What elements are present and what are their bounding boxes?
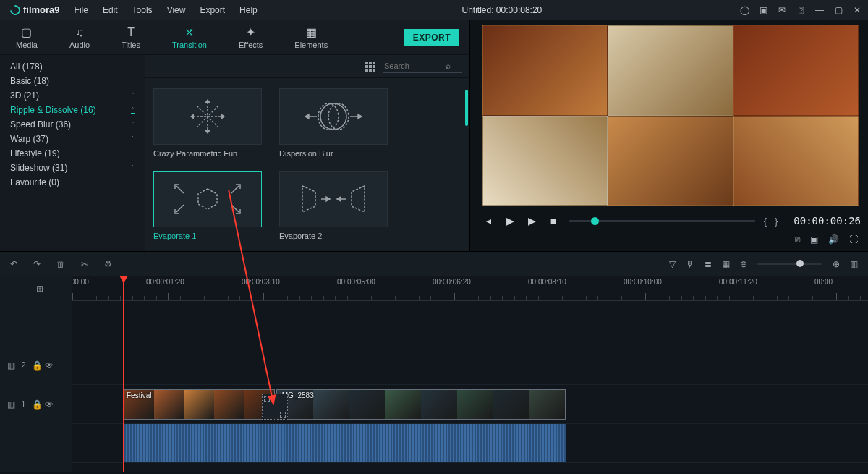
svg-marker-3 — [198, 189, 217, 209]
scrollbar[interactable] — [465, 90, 468, 126]
preview-slider[interactable] — [569, 220, 755, 222]
menu-view[interactable]: View — [160, 2, 193, 18]
tab-audio[interactable]: ♫Audio — [64, 23, 95, 52]
prev-frame-button[interactable]: ◂ — [482, 215, 495, 227]
window-title: Untitled: 00:00:08:20 — [265, 5, 739, 15]
zoom-slider[interactable] — [757, 263, 822, 265]
search-icon[interactable]: ⌕ — [446, 61, 451, 71]
timeline-toolbar: ↶ ↷ 🗑 ✂ ⚙ ▽ 🎙 ≣ ▦ ⊖ ⊕ ▥ — [0, 252, 868, 276]
track-area[interactable]: 00:00:00:0000:00:01:2000:00:03:1000:00:0… — [72, 276, 868, 472]
transition-item-2[interactable]: Evaporate 1 — [153, 171, 262, 240]
app-logo: filmora9 — [6, 4, 64, 15]
fullscreen-icon[interactable]: ⛶ — [849, 234, 858, 245]
transition-item-1[interactable]: Dispersion Blur — [279, 88, 388, 158]
sidebar-item-1[interactable]: Basic (18) — [0, 74, 145, 88]
svg-marker-4 — [302, 186, 315, 212]
preview-controls: ◂ ▶ ▶ ■ { } 00:00:00:26 — [482, 211, 861, 231]
category-sidebar: All (178)Basic (18)3D (21)˄Ripple & Diss… — [0, 55, 145, 251]
mixer-icon[interactable]: ≣ — [705, 259, 712, 269]
timeline-settings-icon[interactable]: ▥ — [850, 259, 858, 269]
add-track-button[interactable]: ⊞ — [0, 276, 72, 301]
sidebar-item-5[interactable]: Warp (37)˄ — [0, 132, 145, 146]
audio-clip[interactable] — [123, 424, 566, 462]
adjust-icon[interactable]: ⚙ — [104, 259, 112, 269]
sidebar-item-7[interactable]: Slideshow (31)˄ — [0, 161, 145, 175]
quality-icon[interactable]: ⎚ — [795, 234, 800, 245]
play-button[interactable]: ▶ — [503, 215, 516, 227]
tab-effects[interactable]: ✦Effects — [233, 22, 268, 52]
ruler-label: 00:00:00:00 — [72, 278, 89, 286]
ruler-label: 00:00:03:10 — [242, 278, 280, 286]
time-ruler[interactable]: 00:00:00:0000:00:01:2000:00:03:1000:00:0… — [72, 276, 868, 301]
split-icon[interactable]: ✂ — [81, 259, 88, 269]
video-track-1[interactable]: FestivalIMG_2583 — [72, 385, 868, 424]
zoom-in-icon[interactable]: ⊕ — [833, 259, 840, 269]
ruler-label: 00:00:05:00 — [337, 278, 375, 286]
account-icon[interactable]: ◯ — [739, 5, 749, 15]
sidebar-item-4[interactable]: Speed Blur (36)˄ — [0, 117, 145, 132]
close-icon[interactable]: ✕ — [852, 5, 862, 15]
ruler-label: 00:00:11:20 — [719, 278, 757, 286]
search-input[interactable]: ⌕ — [383, 59, 462, 73]
zoom-out-icon[interactable]: ⊖ — [740, 259, 747, 269]
record-vo-icon[interactable]: 🎙 — [686, 259, 694, 269]
preview-viewport[interactable] — [482, 25, 859, 206]
menu-edit[interactable]: Edit — [95, 2, 125, 18]
ruler-label: 00:00:10:00 — [624, 278, 662, 286]
transition-item-3[interactable]: Evaporate 2 — [279, 171, 388, 240]
transition-browser: ⌕ Crazy Parammetric FunDispersion BlurEv… — [145, 55, 469, 251]
mark-in-out-icon[interactable]: { } — [764, 216, 778, 227]
ruler-label: 00:00 — [814, 278, 833, 286]
mode-tabs: ▢Media♫AudioTTitles⤭Transition✦Effects▦E… — [0, 20, 469, 55]
video-track-2[interactable] — [72, 346, 868, 385]
render-icon[interactable]: ▦ — [722, 259, 730, 269]
stop-button[interactable]: ■ — [547, 215, 560, 227]
svg-point-0 — [320, 103, 346, 130]
tab-media[interactable]: ▢Media — [10, 22, 43, 52]
undo-icon[interactable]: ↶ — [10, 259, 17, 269]
menu-bar: filmora9 FileEditToolsViewExportHelp Unt… — [0, 0, 868, 20]
sidebar-item-0[interactable]: All (178) — [0, 59, 145, 74]
menu-tools[interactable]: Tools — [125, 2, 160, 18]
ruler-label: 00:00:01:20 — [146, 278, 184, 286]
tab-elements[interactable]: ▦Elements — [289, 22, 333, 52]
playhead[interactable] — [123, 276, 124, 472]
track-head-1[interactable]: ▥ 1 🔒 👁 — [0, 385, 72, 424]
mail-icon[interactable]: ✉ — [777, 5, 787, 15]
svg-marker-5 — [352, 186, 365, 212]
mic-icon[interactable]: ⍰ — [796, 5, 806, 15]
transition-item-0[interactable]: Crazy Parammetric Fun — [153, 88, 262, 158]
redo-icon[interactable]: ↷ — [33, 259, 41, 269]
save-icon[interactable]: ▣ — [758, 5, 768, 15]
search-field[interactable] — [384, 62, 446, 70]
transition-on-clip[interactable] — [262, 394, 288, 420]
snapshot-icon[interactable]: ▣ — [810, 234, 818, 245]
delete-icon[interactable]: 🗑 — [56, 259, 65, 269]
menu-help[interactable]: Help — [232, 2, 265, 18]
export-button[interactable]: EXPORT — [404, 29, 459, 46]
play-fullspeed-button[interactable]: ▶ — [525, 215, 538, 227]
marker-icon[interactable]: ▽ — [669, 259, 676, 269]
left-pane: ▢Media♫AudioTTitles⤭Transition✦Effects▦E… — [0, 20, 470, 251]
menu-export[interactable]: Export — [192, 2, 232, 18]
audio-track[interactable] — [72, 424, 868, 463]
sidebar-item-6[interactable]: Lifestyle (19) — [0, 146, 145, 161]
app-brand: filmora9 — [23, 4, 60, 15]
grid-view-icon[interactable] — [365, 62, 375, 72]
track-head-audio[interactable] — [0, 424, 72, 463]
track-head-2[interactable]: ▥ 2 🔒 👁 — [0, 346, 72, 385]
preview-pane: ◂ ▶ ▶ ■ { } 00:00:00:26 ⎚ ▣ 🔊 ⛶ — [470, 20, 868, 251]
ruler-label: 00:00:08:10 — [528, 278, 566, 286]
maximize-icon[interactable]: ▢ — [833, 5, 843, 15]
sidebar-item-2[interactable]: 3D (21)˄ — [0, 88, 145, 103]
menu-file[interactable]: File — [67, 2, 95, 18]
tab-titles[interactable]: TTitles — [116, 23, 146, 52]
volume-icon[interactable]: 🔊 — [828, 234, 839, 245]
clip-img_2583[interactable]: IMG_2583 — [276, 389, 566, 420]
minimize-icon[interactable]: — — [814, 5, 825, 15]
clip-festival[interactable]: Festival — [123, 389, 275, 420]
tab-transition[interactable]: ⤭Transition — [166, 22, 213, 52]
preview-timecode: 00:00:00:26 — [793, 215, 861, 227]
sidebar-item-3[interactable]: Ripple & Dissolve (16)˄ — [0, 103, 145, 117]
sidebar-item-8[interactable]: Favourite (0) — [0, 175, 145, 190]
